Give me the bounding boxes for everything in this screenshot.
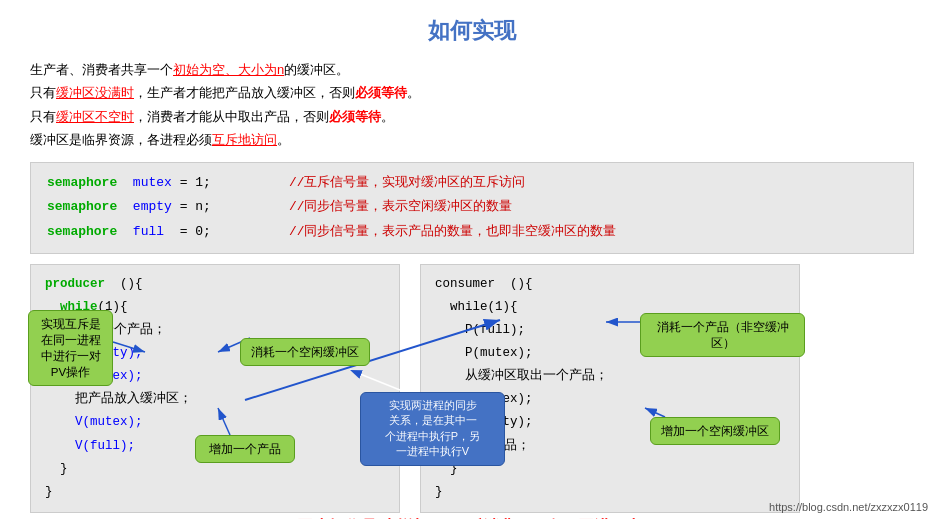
bubble-sync-note: 实现两进程的同步关系，是在其中一个进程中执行P，另一进程中执行V (360, 392, 505, 466)
main-container: 如何实现 生产者、消费者共享一个初始为空、大小为n的缓冲区。 只有缓冲区没满时，… (0, 0, 944, 519)
intro-text: 生产者、消费者共享一个初始为空、大小为n的缓冲区。 只有缓冲区没满时，生产者才能… (30, 58, 914, 152)
intro-line3: 只有缓冲区不空时，消费者才能从中取出产品，否则必须等待。 (30, 109, 394, 124)
bubble-pv-op: 实现互斥是在同一进程中进行一对PV操作 (28, 310, 113, 386)
semaphore-declarations: semaphore mutex = 1; //互斥信号量，实现对缓冲区的互斥访问… (30, 162, 914, 254)
producer-code-block: producer (){ while(1){ 生产一个产品； P(empty);… (30, 264, 400, 513)
bubble-add-buffer: 增加一个空闲缓冲区 (650, 417, 780, 445)
bubble-add-product: 增加一个产品 (195, 435, 295, 463)
footer-url: https://blog.csdn.net/zxzxzx0119 (769, 501, 928, 513)
consumer-code-block: consumer (){ while(1){ P(full); P(mutex)… (420, 264, 800, 513)
bubble-consume-product: 消耗一个产品（非空缓冲区） (640, 313, 805, 357)
intro-line2: 只有缓冲区没满时，生产者才能把产品放入缓冲区，否则必须等待。 (30, 85, 420, 100)
code-area: producer (){ while(1){ 生产一个产品； P(empty);… (30, 264, 914, 513)
bubble-consume-buffer: 消耗一个空闲缓冲区 (240, 338, 370, 366)
page-title: 如何实现 (30, 16, 914, 46)
intro-line4: 缓冲区是临界资源，各进程必须互斥地访问。 (30, 132, 290, 147)
intro-line1: 生产者、消费者共享一个初始为空、大小为n的缓冲区。 (30, 62, 349, 77)
